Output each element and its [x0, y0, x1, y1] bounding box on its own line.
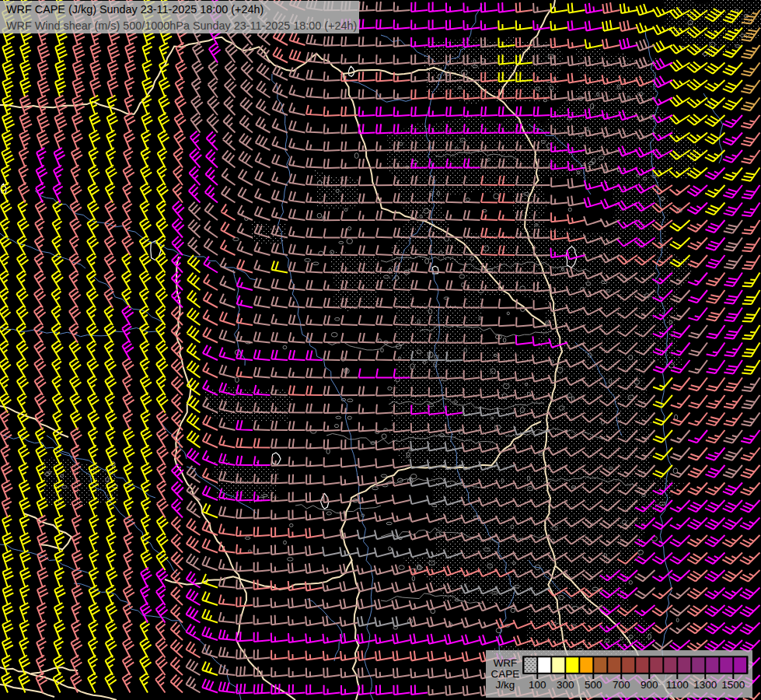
svg-text:CAPE: CAPE: [491, 668, 520, 680]
svg-text:WRF CAPE (J/kg) Sunday 23-11-2: WRF CAPE (J/kg) Sunday 23-11-2025 18:00 …: [6, 3, 264, 16]
svg-text:900: 900: [641, 679, 658, 691]
svg-text:J/kg: J/kg: [496, 679, 515, 691]
svg-text:1300: 1300: [693, 679, 717, 691]
svg-text:1500: 1500: [721, 679, 745, 691]
svg-text:1100: 1100: [666, 679, 689, 691]
svg-text:WRF Wind shear (m/s) 500/1000h: WRF Wind shear (m/s) 500/1000hPa Sunday …: [6, 19, 357, 32]
svg-text:100: 100: [529, 679, 546, 691]
svg-text:700: 700: [613, 679, 630, 691]
svg-text:WRF: WRF: [494, 657, 518, 669]
svg-text:500: 500: [585, 679, 602, 691]
svg-text:300: 300: [557, 679, 574, 691]
